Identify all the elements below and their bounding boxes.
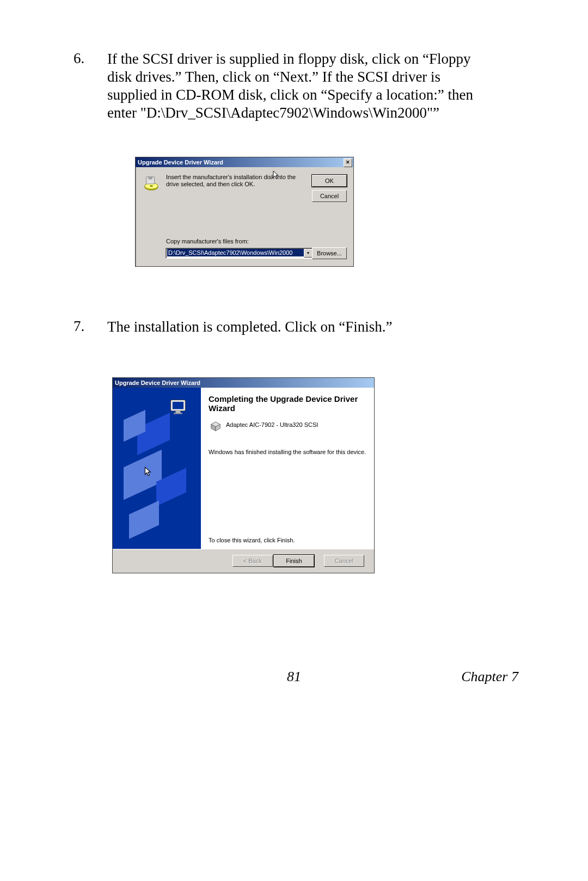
dialog2-titlebar: Upgrade Device Driver Wizard	[113, 378, 374, 388]
close-instruction: To close this wizard, click Finish.	[209, 537, 295, 543]
cursor-icon	[273, 170, 279, 180]
step-7-number: 7.	[74, 318, 84, 335]
path-combobox[interactable]: D:\Drv_SCSI\Adaptec7902\Wondows\Win2000 …	[166, 248, 314, 259]
copy-from-label: Copy manufacturer's files from:	[166, 238, 249, 244]
step-6-number: 6.	[74, 50, 84, 67]
ok-button[interactable]: OK	[312, 175, 347, 187]
dialog2-title: Upgrade Device Driver Wizard	[115, 380, 200, 386]
back-button: < Back	[232, 555, 273, 567]
finished-message: Windows has finished installing the soft…	[209, 449, 366, 455]
svg-rect-6	[173, 402, 183, 409]
finish-button[interactable]: Finish	[274, 555, 314, 567]
browse-button[interactable]: Browse...	[312, 247, 347, 259]
step-6-text: If the SCSI driver is supplied in floppy…	[107, 50, 480, 122]
svg-rect-4	[148, 177, 152, 180]
wizard-button-bar: < Back Finish Cancel	[113, 549, 374, 572]
chapter-label: Chapter 7	[461, 669, 518, 685]
dialog1-titlebar: Upgrade Device Driver Wizard ✕	[136, 157, 353, 167]
cancel-button[interactable]: Cancel	[312, 190, 347, 202]
path-value: D:\Drv_SCSI\Adaptec7902\Wondows\Win2000	[167, 249, 304, 256]
svg-rect-7	[176, 411, 181, 413]
svg-rect-8	[174, 413, 182, 414]
wizard-heading: Completing the Upgrade Device Driver Wiz…	[209, 394, 366, 413]
device-name: Adaptec AIC-7902 - Ultra320 SCSI	[226, 421, 318, 428]
scsi-device-icon	[210, 420, 222, 432]
monitor-icon	[168, 397, 188, 417]
cursor-icon	[144, 467, 152, 478]
svg-point-2	[150, 185, 153, 187]
completing-wizard-dialog: Upgrade Device Driver Wizard	[112, 377, 375, 573]
dialog1-title: Upgrade Device Driver Wizard	[138, 159, 223, 166]
close-button[interactable]: ✕	[344, 158, 352, 167]
step-7-text: The installation is completed. Click on …	[107, 318, 480, 336]
floppy-disk-icon	[143, 175, 160, 191]
insert-disk-dialog: Upgrade Device Driver Wizard ✕ Insert th…	[135, 157, 354, 267]
wizard-sidebar	[113, 388, 201, 549]
dropdown-arrow-icon[interactable]: ▾	[304, 249, 313, 258]
cancel-button: Cancel	[324, 555, 364, 567]
